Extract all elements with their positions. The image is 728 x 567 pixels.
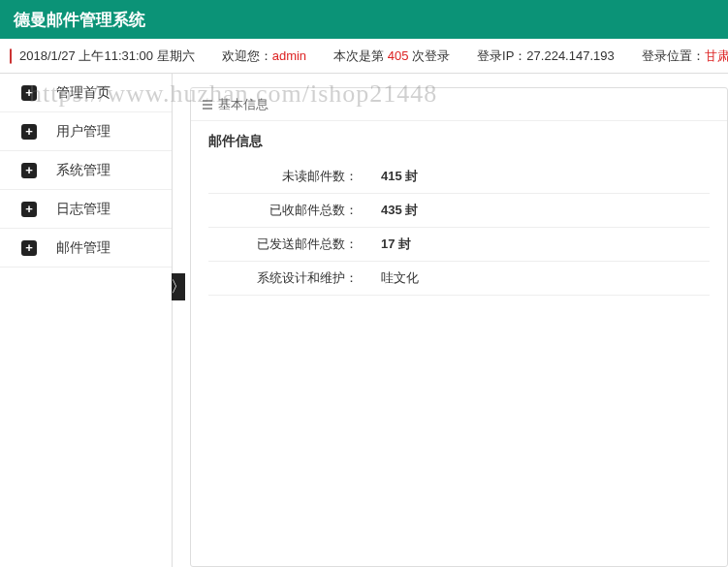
login-count: 405 (388, 48, 409, 63)
sidebar: + 管理首页 + 用户管理 + 系统管理 + 日志管理 + 邮件管理 〉 (0, 74, 173, 567)
sidebar-item-label: 用户管理 (56, 123, 111, 141)
plus-icon: + (21, 202, 37, 217)
sidebar-item-logs[interactable]: + 日志管理 (0, 190, 172, 229)
row-label: 未读邮件数： (208, 160, 364, 194)
ip-label: 登录IP： (477, 48, 526, 63)
mail-info-table: 未读邮件数： 415 封 已收邮件总数： 435 封 已发送邮件总数： 17 封… (208, 160, 710, 296)
row-value: 17 封 (364, 228, 710, 262)
sidebar-item-home[interactable]: + 管理首页 (0, 74, 172, 112)
panel-title: 基本信息 (218, 96, 269, 113)
login-count-segment: 本次是第 405 次登录 (333, 47, 450, 65)
sidebar-item-mail[interactable]: + 邮件管理 (0, 229, 172, 268)
main-content: 基本信息 邮件信息 未读邮件数： 415 封 已收邮件总数： 435 封 已发送… (173, 74, 728, 567)
sidebar-item-label: 系统管理 (56, 162, 111, 179)
login-count-prefix: 本次是第 (333, 48, 388, 63)
panel-body: 邮件信息 未读邮件数： 415 封 已收邮件总数： 435 封 已发送邮件总数：… (191, 121, 727, 307)
login-count-suffix: 次登录 (408, 48, 450, 63)
plus-icon: + (21, 240, 37, 256)
welcome-segment: 欢迎您：admin (222, 47, 306, 65)
sidebar-item-label: 日志管理 (56, 201, 111, 218)
sidebar-item-users[interactable]: + 用户管理 (0, 112, 172, 151)
location-value: 甘肃省 (705, 48, 728, 63)
main-layout: + 管理首页 + 用户管理 + 系统管理 + 日志管理 + 邮件管理 〉 基本信… (0, 74, 728, 567)
row-label: 已发送邮件总数： (208, 228, 364, 262)
table-row: 未读邮件数： 415 封 (208, 160, 710, 194)
row-label: 已收邮件总数： (208, 194, 364, 228)
sidebar-item-label: 邮件管理 (56, 239, 111, 257)
row-label: 系统设计和维护： (208, 262, 364, 296)
sidebar-item-label: 管理首页 (56, 84, 111, 102)
datetime-text: 2018/1/27 上午11:31:00 星期六 (19, 47, 195, 65)
welcome-prefix: 欢迎您： (222, 48, 272, 63)
table-row: 已发送邮件总数： 17 封 (208, 228, 710, 262)
panel-header: 基本信息 (191, 88, 727, 121)
app-title: 德曼邮件管理系统 (14, 9, 145, 31)
plus-icon: + (21, 85, 37, 101)
row-value: 435 封 (364, 194, 710, 228)
row-value: 哇文化 (364, 262, 710, 296)
plus-icon: + (21, 124, 37, 140)
row-value: 415 封 (364, 160, 710, 194)
table-row: 已收邮件总数： 435 封 (208, 194, 710, 228)
welcome-user: admin (272, 48, 306, 63)
location-segment: 登录位置：甘肃省 (642, 47, 728, 65)
ip-value: 27.224.147.193 (526, 48, 614, 63)
location-label: 登录位置： (642, 48, 705, 63)
info-bar: 2018/1/27 上午11:31:00 星期六 欢迎您：admin 本次是第 … (0, 39, 728, 74)
plus-icon: + (21, 163, 37, 178)
ip-segment: 登录IP：27.224.147.193 (477, 47, 615, 65)
section-title: 邮件信息 (208, 133, 710, 150)
app-header: 德曼邮件管理系统 (0, 0, 728, 39)
list-icon (203, 100, 212, 110)
info-panel: 基本信息 邮件信息 未读邮件数： 415 封 已收邮件总数： 435 封 已发送… (190, 87, 728, 567)
calendar-icon (10, 48, 12, 64)
sidebar-item-system[interactable]: + 系统管理 (0, 151, 172, 190)
table-row: 系统设计和维护： 哇文化 (208, 262, 710, 296)
